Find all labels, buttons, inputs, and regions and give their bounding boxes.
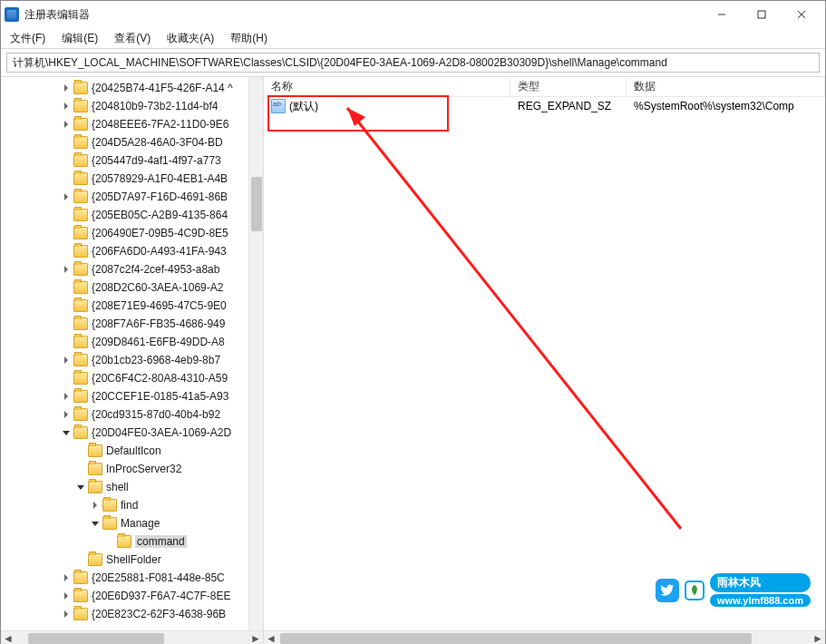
tree-item[interactable]: {20E6D937-F6A7-4C7F-8EE [1, 587, 263, 605]
menu-favorites[interactable]: 收藏夹(A) [163, 30, 218, 47]
list-hscroll-thumb[interactable] [280, 633, 752, 644]
cell-name[interactable]: (默认) [264, 99, 510, 114]
registry-tree[interactable]: {20425B74-41F5-426F-A14 ^{204810b9-73b2-… [1, 77, 263, 630]
tree-item[interactable]: {208D2C60-3AEA-1069-A2 [1, 278, 263, 297]
tree-item-label: command [135, 535, 187, 548]
tree-item[interactable]: {206FA6D0-A493-41FA-943 [1, 242, 263, 260]
tree-horizontal-scrollbar[interactable]: ◄ ► [1, 631, 264, 644]
tree-item-label: {20D04FE0-3AEA-1069-A2D [92, 426, 231, 439]
folder-icon [88, 444, 102, 457]
tree-item[interactable]: {209D8461-E6FB-49DD-A8 [1, 333, 263, 351]
folder-icon [73, 136, 88, 149]
list-horizontal-scrollbar[interactable]: ◄ ► [264, 631, 825, 644]
chevron-right-icon[interactable] [88, 498, 102, 512]
tree-item[interactable]: ShellFolder [1, 551, 263, 569]
maximize-icon [757, 10, 766, 19]
chevron-down-icon[interactable] [59, 425, 73, 440]
folder-icon [73, 281, 88, 294]
tree-item[interactable]: {20E823C2-62F3-4638-96B [1, 605, 263, 623]
tree-item[interactable]: {20425B74-41F5-426F-A14 ^ [1, 79, 263, 97]
folder-icon [73, 354, 88, 366]
menu-edit[interactable]: 编辑(E) [58, 30, 102, 47]
tree-item[interactable]: {204D5A28-46A0-3F04-BD [1, 133, 263, 151]
close-button[interactable] [782, 2, 821, 27]
list-header[interactable]: 名称 类型 数据 [264, 77, 825, 97]
list-row[interactable]: (默认) REG_EXPAND_SZ %SystemRoot%\system32… [264, 97, 825, 115]
scroll-right-button[interactable]: ► [811, 631, 825, 644]
chevron-right-icon[interactable] [59, 607, 73, 621]
tree-item[interactable]: {20C6F4C2-80A8-4310-A59 [1, 369, 263, 387]
tree-item[interactable]: {208F7A6F-FB35-4686-949 [1, 315, 263, 333]
scroll-left-button[interactable]: ◄ [264, 631, 278, 644]
tree-item[interactable]: shell [1, 478, 263, 496]
chevron-down-icon[interactable] [88, 516, 102, 531]
watermark: 雨林木风 www.ylmf888.com [656, 573, 811, 607]
chevron-right-icon[interactable] [59, 571, 73, 585]
folder-icon [73, 209, 88, 221]
column-data[interactable]: 数据 [627, 77, 825, 96]
scroll-left-button[interactable]: ◄ [1, 631, 15, 644]
address-bar [1, 48, 825, 77]
tree-hscroll-thumb[interactable] [28, 633, 164, 644]
chevron-right-icon[interactable] [59, 589, 73, 603]
bird-icon [656, 579, 679, 602]
content-area: {20425B74-41F5-426F-A14 ^{204810b9-73b2-… [1, 77, 825, 630]
scroll-right-button[interactable]: ► [248, 631, 263, 644]
folder-icon [73, 118, 88, 131]
tree-item[interactable]: {2048EEE6-7FA2-11D0-9E6 [1, 115, 263, 133]
tree-pane[interactable]: {20425B74-41F5-426F-A14 ^{204810b9-73b2-… [1, 77, 264, 630]
tree-item[interactable]: find [1, 496, 263, 514]
chevron-right-icon[interactable] [59, 389, 73, 404]
chevron-right-icon[interactable] [59, 99, 73, 113]
chevron-right-icon[interactable] [59, 262, 73, 277]
tree-item[interactable]: InProcServer32 [1, 460, 263, 478]
menu-file[interactable]: 文件(F) [6, 30, 49, 47]
folder-icon [88, 463, 102, 475]
tree-item-label: {208D2C60-3AEA-1069-A2 [92, 281, 223, 294]
tree-scrollbar-thumb[interactable] [251, 177, 262, 231]
tree-item[interactable]: {204810b9-73b2-11d4-bf4 [1, 97, 263, 115]
tree-item[interactable]: {205D7A97-F16D-4691-86B [1, 188, 263, 206]
chevron-right-icon[interactable] [59, 81, 73, 95]
chevron-right-icon[interactable] [59, 353, 73, 367]
tree-item[interactable]: {205EB05C-A2B9-4135-864 [1, 206, 263, 224]
minimize-button[interactable] [702, 2, 742, 27]
tree-item[interactable]: {206490E7-09B5-4C9D-8E5 [1, 224, 263, 242]
tree-item[interactable]: {205447d9-4af1-4f97-a773 [1, 151, 263, 170]
list-body[interactable]: (默认) REG_EXPAND_SZ %SystemRoot%\system32… [264, 97, 825, 630]
tree-vertical-scrollbar[interactable] [248, 77, 263, 630]
tree-item[interactable]: {208E71E9-4695-47C5-9E0 [1, 297, 263, 315]
folder-icon [73, 590, 88, 602]
chevron-right-icon[interactable] [59, 190, 73, 204]
value-name-text: (默认) [289, 100, 318, 112]
folder-icon [117, 535, 131, 548]
chevron-right-icon[interactable] [59, 407, 73, 422]
cell-data: %SystemRoot%\system32\Comp [627, 100, 825, 112]
menu-view[interactable]: 查看(V) [111, 30, 154, 47]
folder-icon [73, 100, 88, 112]
folder-icon [73, 608, 88, 620]
chevron-right-icon[interactable] [59, 117, 73, 132]
tree-item[interactable]: Manage [1, 514, 263, 532]
tree-item[interactable]: {20CCEF1E-0185-41a5-A93 [1, 387, 263, 405]
tree-item[interactable]: {20D04FE0-3AEA-1069-A2D [1, 424, 263, 442]
tree-item[interactable]: {20cd9315-87d0-40b4-b92 [1, 405, 263, 424]
tree-item[interactable]: {2087c2f4-2cef-4953-a8ab [1, 260, 263, 278]
tree-item-label: {208F7A6F-FB35-4686-949 [92, 317, 225, 330]
tree-item-label: {208E71E9-4695-47C5-9E0 [92, 299, 227, 312]
menu-help[interactable]: 帮助(H) [227, 30, 271, 47]
folder-icon [73, 245, 88, 258]
address-input[interactable] [6, 53, 820, 73]
tree-item[interactable]: DefaultIcon [1, 442, 263, 460]
tree-item[interactable]: {20b1cb23-6968-4eb9-8b7 [1, 351, 263, 369]
tree-item[interactable]: {20578929-A1F0-4EB1-A4B [1, 170, 263, 188]
tree-item[interactable]: command [1, 532, 263, 551]
tree-item-label: {204810b9-73b2-11d4-bf4 [92, 100, 218, 112]
chevron-down-icon[interactable] [73, 480, 88, 494]
title-bar[interactable]: 注册表编辑器 [1, 1, 825, 28]
column-type[interactable]: 类型 [510, 77, 627, 96]
column-name[interactable]: 名称 [264, 77, 510, 96]
tree-item[interactable]: {20E25881-F081-448e-85C [1, 569, 263, 587]
leaf-icon [685, 581, 705, 600]
maximize-button[interactable] [742, 2, 782, 27]
